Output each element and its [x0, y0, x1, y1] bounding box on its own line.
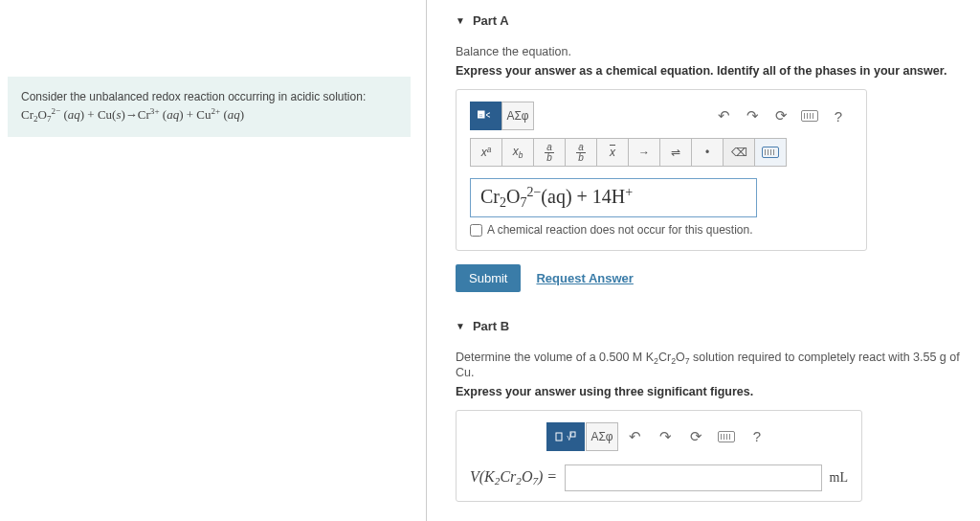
help-icon[interactable]: ? [824, 102, 853, 129]
equilibrium-button[interactable]: ⇌ [659, 138, 692, 167]
question-context: Consider the unbalanced redox reaction o… [8, 77, 411, 137]
no-reaction-checkbox-row[interactable]: A chemical reaction does not occur for t… [470, 223, 853, 237]
no-reaction-checkbox[interactable] [470, 224, 482, 237]
redo-icon-b[interactable]: ↷ [651, 423, 679, 450]
greek-button-b[interactable]: ΑΣφ [586, 422, 618, 451]
context-prompt: Consider the unbalanced redox reaction o… [21, 88, 397, 105]
collapse-icon: ▼ [456, 15, 465, 26]
templates-button-b[interactable]: √ [546, 422, 585, 451]
part-a-instruction-1: Balance the equation. [456, 45, 980, 58]
arrow-right-button[interactable]: → [628, 138, 660, 167]
fraction-a-b-button[interactable]: ab [533, 138, 566, 167]
superscript-button[interactable]: xa [470, 138, 502, 167]
no-reaction-label: A chemical reaction does not occur for t… [487, 223, 752, 237]
part-b-value-row: V(K2Cr2O7) = mL [470, 464, 848, 491]
request-answer-link[interactable]: Request Answer [536, 271, 633, 285]
greek-button[interactable]: ΑΣφ [501, 102, 534, 130]
fraction-a-b-alt-button[interactable]: ab [565, 138, 597, 167]
submit-button[interactable]: Submit [456, 264, 521, 292]
keyboard-icon-b[interactable] [712, 423, 741, 450]
part-b-title: Part B [473, 319, 509, 333]
part-a-answer-input[interactable]: Cr2O72−(aq) + 14H+ [470, 178, 757, 217]
part-b-section: ▼ Part B Determine the volume of a 0.500… [456, 319, 980, 502]
svg-rect-3 [556, 433, 562, 441]
undo-icon[interactable]: ↶ [709, 102, 738, 129]
part-a-toolbar-1: □ ΑΣφ ↶ ↷ ⟳ ? [470, 102, 853, 130]
templates-button[interactable]: □ [470, 102, 502, 130]
backspace-button[interactable]: ⌫ [723, 138, 755, 167]
part-b-unit: mL [830, 470, 848, 486]
part-a-title: Part A [473, 13, 509, 28]
redo-icon[interactable]: ↷ [738, 102, 767, 129]
undo-icon-b[interactable]: ↶ [620, 423, 649, 450]
help-icon-b[interactable]: ? [743, 423, 771, 450]
part-a-toolbar-2: xa xb ab ab x → ⇌ • ⌫ [470, 138, 853, 167]
reset-icon[interactable]: ⟳ [767, 102, 795, 129]
part-a-section: ▼ Part A Balance the equation. Express y… [456, 13, 980, 292]
keyboard-icon[interactable] [795, 102, 824, 129]
part-b-variable-label: V(K2Cr2O7) = [470, 468, 557, 487]
collapse-icon: ▼ [456, 321, 465, 331]
context-equation: Cr2O72− (aq) + Cu(s)→Cr3+ (aq) + Cu2+ (a… [21, 105, 397, 125]
xbar-button[interactable]: x [596, 138, 629, 167]
part-b-header[interactable]: ▼ Part B [456, 319, 980, 333]
svg-text:□: □ [479, 112, 482, 118]
part-b-toolbar: √ ΑΣφ ↶ ↷ ⟳ ? [470, 422, 848, 451]
part-a-header[interactable]: ▼ Part A [456, 13, 980, 28]
part-a-instruction-2: Express your answer as a chemical equati… [456, 64, 980, 78]
subscript-button[interactable]: xb [501, 138, 534, 167]
part-a-actions: Submit Request Answer [456, 264, 980, 292]
part-b-answer-input[interactable] [565, 464, 821, 491]
question-context-column: Consider the unbalanced redox reaction o… [0, 0, 426, 521]
part-b-instruction-1: Determine the volume of a 0.500 M K2Cr2O… [456, 351, 980, 379]
reset-icon-b[interactable]: ⟳ [681, 423, 710, 450]
dot-button[interactable]: • [691, 138, 724, 167]
answer-column: ▼ Part A Balance the equation. Express y… [427, 0, 980, 521]
keyboard-toggle-button[interactable] [754, 138, 787, 167]
part-a-answer-panel: □ ΑΣφ ↶ ↷ ⟳ ? xa xb ab ab x → [456, 89, 867, 251]
part-b-answer-panel: √ ΑΣφ ↶ ↷ ⟳ ? V(K2Cr2O7) = mL [456, 410, 862, 502]
part-b-instruction-2: Express your answer using three signific… [456, 385, 980, 398]
